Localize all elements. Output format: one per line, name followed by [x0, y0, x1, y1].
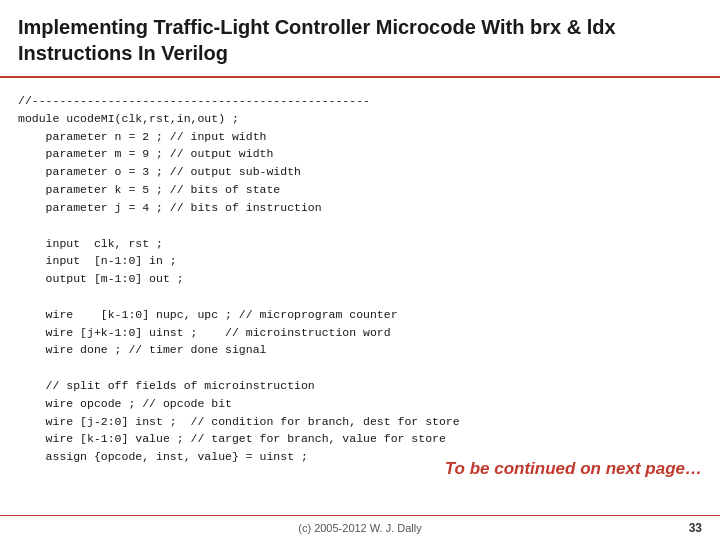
- header: Implementing Traffic-Light Controller Mi…: [0, 0, 720, 78]
- page: Implementing Traffic-Light Controller Mi…: [0, 0, 720, 540]
- content: //--------------------------------------…: [0, 78, 720, 515]
- page-title: Implementing Traffic-Light Controller Mi…: [18, 14, 702, 66]
- footer: (c) 2005-2012 W. J. Dally 33: [0, 515, 720, 540]
- code-block: //--------------------------------------…: [18, 92, 702, 466]
- page-number: 33: [689, 521, 702, 535]
- continued-text: To be continued on next page…: [445, 459, 702, 479]
- footer-copyright: (c) 2005-2012 W. J. Dally: [298, 522, 422, 534]
